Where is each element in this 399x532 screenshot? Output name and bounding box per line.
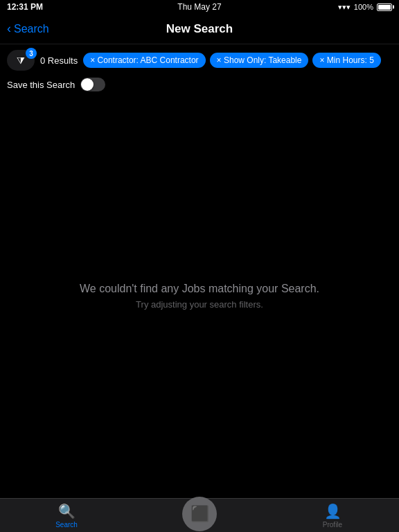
toggle-knob xyxy=(81,78,94,91)
chip-show-only-label: × Show Only: Takeable xyxy=(217,55,302,65)
tab-center[interactable]: ⬛ xyxy=(133,499,266,532)
wifi-icon: ▾▾▾ xyxy=(338,3,351,12)
battery-icon xyxy=(377,3,392,11)
filter-button[interactable]: ⧩ 3 xyxy=(7,50,35,71)
battery-percent: 100% xyxy=(354,3,373,11)
results-count: 0 Results xyxy=(40,55,78,66)
status-time: 12:31 PM xyxy=(7,2,43,12)
tab-search-label: Search xyxy=(55,521,78,529)
tab-search[interactable]: 🔍 Search xyxy=(0,499,133,532)
page-title: New Search xyxy=(166,22,233,36)
back-button[interactable]: ‹ Search xyxy=(7,23,49,35)
filter-chip-contractor[interactable]: × Contractor: ABC Contractor xyxy=(83,53,205,68)
filter-chip-show-only[interactable]: × Show Only: Takeable xyxy=(210,53,309,68)
filter-icon: ⧩ xyxy=(17,55,25,66)
empty-state-subtitle: Try adjusting your search filters. xyxy=(136,299,263,310)
center-tab-button[interactable]: ⬛ xyxy=(182,497,217,531)
chip-min-hours-label: × Min Hours: 5 xyxy=(319,55,373,65)
back-label: Search xyxy=(14,23,49,35)
save-search-row: Save this Search xyxy=(0,76,399,97)
filter-badge: 3 xyxy=(26,48,37,59)
status-bar: 12:31 PM Thu May 27 ▾▾▾ 100% xyxy=(0,0,399,14)
filter-chips: × Contractor: ABC Contractor × Show Only… xyxy=(83,53,392,68)
save-search-label: Save this Search xyxy=(7,80,75,90)
tab-profile[interactable]: 👤 Profile xyxy=(266,499,399,532)
tab-profile-label: Profile xyxy=(323,521,342,529)
center-tab-icon: ⬛ xyxy=(190,505,209,523)
status-date: Thu May 27 xyxy=(177,2,221,12)
main-content: We couldn't find any Jobs matching your … xyxy=(0,97,399,495)
profile-icon: 👤 xyxy=(324,503,342,520)
status-icons: ▾▾▾ 100% xyxy=(338,3,392,12)
filter-bar: ⧩ 3 0 Results × Contractor: ABC Contract… xyxy=(0,44,399,76)
save-search-toggle[interactable] xyxy=(80,78,105,91)
chevron-left-icon: ‹ xyxy=(7,22,11,35)
search-icon: 🔍 xyxy=(58,503,76,520)
empty-state-title: We couldn't find any Jobs matching your … xyxy=(80,283,319,295)
battery-fill xyxy=(378,5,391,10)
chip-contractor-label: × Contractor: ABC Contractor xyxy=(90,55,198,65)
tab-bar: 🔍 Search ⬛ 👤 Profile xyxy=(0,498,399,532)
filter-chip-min-hours[interactable]: × Min Hours: 5 xyxy=(312,53,380,68)
nav-bar: ‹ Search New Search xyxy=(0,14,399,44)
